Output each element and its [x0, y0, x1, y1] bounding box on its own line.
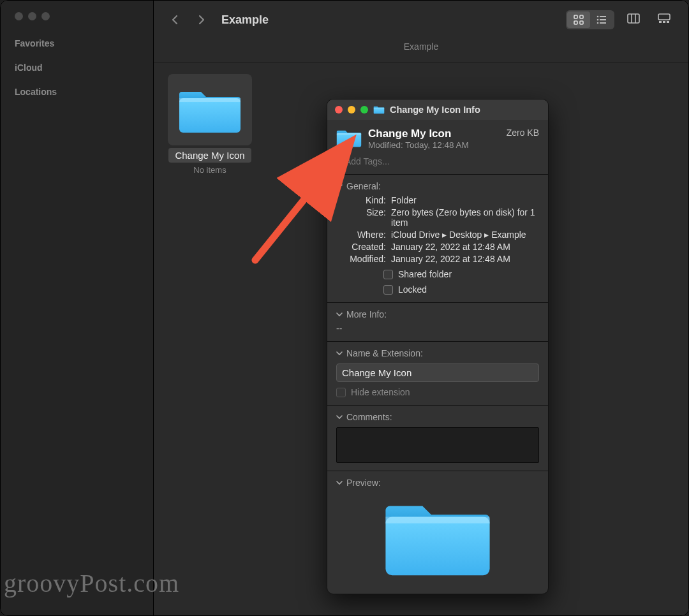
svg-rect-4	[574, 21, 577, 24]
section-comments-header[interactable]: Comments:	[336, 412, 539, 422]
svg-rect-2	[574, 15, 577, 18]
info-folder-icon[interactable]	[336, 128, 362, 148]
comments-input[interactable]	[336, 427, 539, 463]
sidebar-section-icloud[interactable]: iCloud	[15, 62, 139, 73]
svg-point-10	[597, 22, 599, 24]
view-columns-button[interactable]	[622, 10, 645, 27]
preview-folder-icon	[383, 493, 492, 580]
kind-key: Kind:	[336, 195, 386, 205]
info-titlebar[interactable]: Change My Icon Info	[327, 99, 548, 120]
info-modified: Modified: Today, 12:48 AM	[368, 140, 500, 150]
hide-ext-checkbox	[336, 388, 346, 397]
info-zoom-button[interactable]	[360, 106, 368, 114]
sidebar-section-locations[interactable]: Locations	[15, 87, 139, 97]
get-info-panel: Change My Icon Info Change My Icon Modif…	[327, 99, 549, 594]
columns-icon	[627, 13, 640, 24]
info-minimize-button[interactable]	[348, 106, 355, 114]
section-general: General: Kind: Folder Size: Zero bytes (…	[327, 175, 548, 303]
window-title: Example	[221, 13, 558, 27]
folder-item[interactable]: Change My Icon No items	[165, 74, 255, 175]
folder-icon	[178, 62, 242, 158]
svg-rect-11	[600, 22, 606, 24]
info-title: Change My Icon Info	[390, 105, 480, 115]
back-button[interactable]	[167, 11, 184, 29]
sidebar: Favorites iCloud Locations	[1, 1, 154, 615]
created-value: January 22, 2022 at 12:48 AM	[391, 242, 539, 252]
zoom-dot[interactable]	[41, 12, 50, 20]
section-name-ext-header[interactable]: Name & Extension:	[336, 348, 539, 358]
kind-value: Folder	[391, 195, 539, 205]
hide-ext-row[interactable]: Hide extension	[336, 387, 539, 397]
list-icon	[596, 14, 607, 26]
hide-ext-label: Hide extension	[351, 387, 410, 397]
svg-point-8	[597, 19, 599, 21]
modified-key: Modified:	[336, 254, 386, 264]
folder-name-label[interactable]: Change My Icon	[168, 148, 251, 163]
locked-row[interactable]: Locked	[383, 284, 539, 295]
view-gallery-button[interactable]	[653, 10, 676, 27]
locked-label: Locked	[398, 284, 427, 295]
folder-subtitle: No items	[193, 165, 226, 175]
comments-label: Comments:	[346, 412, 392, 422]
view-icons-button[interactable]	[567, 11, 590, 28]
info-name: Change My Icon	[368, 128, 500, 140]
watermark: groovyPost.com	[4, 568, 179, 598]
section-general-header[interactable]: General:	[336, 181, 539, 191]
info-size-badge: Zero KB	[507, 128, 539, 138]
section-more-info-header[interactable]: More Info:	[336, 309, 539, 319]
more-info-label: More Info:	[346, 309, 387, 319]
svg-rect-18	[667, 21, 669, 23]
chevron-down-icon	[336, 414, 343, 420]
where-value: iCloud Drive ▸ Desktop ▸ Example	[391, 230, 539, 240]
modified-value: January 22, 2022 at 12:48 AM	[391, 254, 539, 264]
size-value: Zero bytes (Zero bytes on disk) for 1 it…	[391, 207, 539, 228]
section-name-ext: Name & Extension: Hide extension	[327, 342, 548, 406]
created-key: Created:	[336, 242, 386, 252]
svg-rect-15	[658, 14, 670, 20]
svg-rect-17	[663, 21, 665, 23]
info-header: Change My Icon Modified: Today, 12:48 AM…	[327, 120, 548, 156]
view-switcher	[566, 10, 676, 29]
section-comments: Comments:	[327, 406, 548, 471]
svg-rect-5	[580, 21, 583, 24]
svg-rect-9	[600, 19, 606, 20]
window-controls	[15, 12, 139, 20]
close-dot[interactable]	[15, 12, 23, 20]
view-list-button[interactable]	[590, 11, 613, 28]
gallery-icon	[658, 13, 670, 24]
chevron-down-icon	[336, 311, 343, 318]
svg-rect-12	[628, 14, 639, 23]
svg-rect-7	[600, 16, 606, 17]
name-ext-input[interactable]	[336, 363, 539, 382]
chevron-down-icon	[336, 183, 343, 189]
titlebar-folder-icon	[373, 105, 385, 114]
forward-button[interactable]	[192, 11, 210, 29]
locked-checkbox[interactable]	[383, 285, 393, 295]
minimize-dot[interactable]	[28, 12, 36, 20]
svg-rect-3	[580, 15, 583, 18]
sidebar-section-favorites[interactable]: Favorites	[15, 38, 139, 48]
toolbar: Example	[154, 1, 688, 39]
info-close-button[interactable]	[335, 106, 343, 114]
svg-rect-16	[659, 21, 662, 23]
svg-point-6	[597, 16, 599, 18]
chevron-down-icon	[336, 480, 343, 486]
section-general-label: General:	[346, 181, 381, 191]
chevron-down-icon	[336, 350, 343, 356]
shared-folder-row[interactable]: Shared folder	[383, 269, 539, 279]
grid-icon	[573, 14, 584, 26]
name-ext-label: Name & Extension:	[346, 348, 423, 358]
more-info-value: --	[336, 323, 539, 334]
path-bar[interactable]: Example	[154, 39, 688, 62]
size-key: Size:	[336, 207, 386, 228]
section-preview: Preview:	[327, 471, 548, 594]
section-more-info: More Info: --	[327, 303, 548, 342]
shared-folder-checkbox[interactable]	[383, 270, 393, 279]
folder-icon-wrapper	[168, 74, 252, 145]
section-preview-header[interactable]: Preview:	[336, 478, 539, 488]
where-key: Where:	[336, 230, 386, 240]
preview-label: Preview:	[346, 478, 381, 488]
shared-folder-label: Shared folder	[398, 269, 452, 279]
tags-field[interactable]: Add Tags...	[327, 156, 548, 175]
